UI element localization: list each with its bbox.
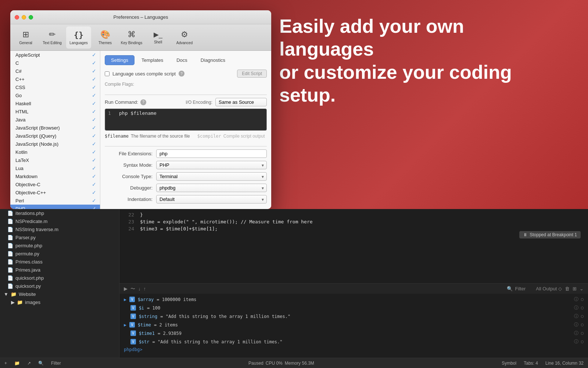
- toolbar-advanced[interactable]: ⚙ Advanced: [172, 26, 197, 49]
- tree-item-parser[interactable]: 📄 Parser.py: [0, 233, 119, 241]
- lang-item[interactable]: JavaScript (Node.js)✓: [10, 140, 100, 148]
- breakpoint-label: Stopped at Breakpoint 1: [530, 232, 577, 237]
- general-label: General: [19, 41, 32, 45]
- var-time-name: $time: [138, 322, 151, 328]
- lang-item[interactable]: Kotlin✓: [10, 148, 100, 156]
- lang-item[interactable]: PHP✓: [10, 205, 100, 209]
- console-type-select[interactable]: TerminalOutput PanelNone: [156, 172, 267, 181]
- debug-play-icon[interactable]: ▶: [124, 286, 128, 291]
- line-num-24: 24: [125, 226, 134, 231]
- tab-settings[interactable]: Settings: [105, 55, 135, 65]
- lang-item[interactable]: Objective-C++✓: [10, 188, 100, 197]
- tab-diagnostics[interactable]: Diagnostics: [194, 55, 232, 65]
- tree-item-quicksort-py[interactable]: 📄 quicksort.py: [0, 282, 119, 290]
- lang-item[interactable]: C++✓: [10, 75, 100, 83]
- debug-step-over-icon[interactable]: ↓: [138, 286, 141, 291]
- file-name: quicksort.php: [15, 275, 44, 281]
- filter-label[interactable]: Filter: [51, 361, 61, 366]
- lang-item[interactable]: JavaScript (jQuery)✓: [10, 132, 100, 140]
- lang-item[interactable]: HTML✓: [10, 107, 100, 116]
- file-extensions-input[interactable]: [156, 149, 267, 158]
- tree-item-iterations-php[interactable]: 📄 iterations.php: [0, 209, 119, 217]
- compile-flags-label: Compile Flags:: [105, 82, 134, 87]
- var-str-controls: ⓘ ○: [574, 339, 584, 345]
- tree-item-primes-class[interactable]: 📄 Primes.class: [0, 258, 119, 266]
- settings-panel: Settings Templates Docs Diagnostics Lang…: [100, 51, 271, 209]
- trash-icon[interactable]: 🗑: [565, 286, 570, 291]
- lang-name: AppleScript: [15, 52, 40, 58]
- maximize-button[interactable]: [29, 15, 33, 20]
- close-button[interactable]: [15, 15, 19, 20]
- tabs-label[interactable]: Tabs: 4: [524, 361, 538, 366]
- lang-item[interactable]: Objective-C✓: [10, 180, 100, 188]
- line-text-22: }: [140, 212, 143, 217]
- lang-name: C++: [15, 77, 25, 82]
- lang-item[interactable]: CSS✓: [10, 83, 100, 91]
- tab-templates[interactable]: Templates: [135, 55, 169, 65]
- compile-help-badge[interactable]: ?: [179, 71, 184, 77]
- tree-item-quicksort-php[interactable]: 📄 quicksort.php: [0, 274, 119, 282]
- tree-item-permute-php[interactable]: 📄 permute.php: [0, 241, 119, 250]
- minimize-button[interactable]: [22, 15, 26, 20]
- lang-item[interactable]: Markdown✓: [10, 172, 100, 180]
- expand-icon[interactable]: ⌄: [580, 286, 584, 291]
- tree-item-permute-py[interactable]: 📄 permute.py: [0, 250, 119, 258]
- debug-step-out-icon[interactable]: ↑: [144, 286, 146, 291]
- debugger-label: Debugger:: [105, 185, 153, 191]
- lang-item[interactable]: JavaScript (Browser)✓: [10, 124, 100, 132]
- var-array-name: $array: [138, 297, 154, 302]
- file-name: permute.py: [15, 251, 39, 256]
- lang-item[interactable]: Perl✓: [10, 197, 100, 205]
- line-text-23: $time = explode(" ", microtime()); // Me…: [140, 219, 313, 224]
- lang-item[interactable]: Go✓: [10, 91, 100, 99]
- expand-var-time[interactable]: ▶: [124, 322, 126, 328]
- symbol-label[interactable]: Symbol: [502, 361, 516, 366]
- tab-docs[interactable]: Docs: [170, 55, 194, 65]
- marketing-text: Easily add your own languagesor customiz…: [279, 15, 537, 107]
- file-icon: 📄: [7, 251, 13, 256]
- io-encoding-select[interactable]: Same as Source: [215, 98, 267, 106]
- tree-item-images[interactable]: ▶ 📁 images: [0, 298, 119, 306]
- compile-flags-row: Compile Flags:: [105, 81, 267, 87]
- tree-item-website[interactable]: ▼ 📁 Website: [0, 290, 119, 298]
- tree-item-nspredicate[interactable]: 📄 NSPredicate.m: [0, 217, 119, 225]
- lang-check: ✓: [92, 173, 96, 179]
- var-str-name: $str: [139, 339, 150, 344]
- folder-button[interactable]: 📁: [14, 361, 20, 366]
- all-output-label[interactable]: All Output ◇: [536, 286, 562, 291]
- run-command-help[interactable]: ?: [140, 99, 146, 105]
- expand-var-array[interactable]: ▶: [124, 297, 126, 302]
- add-button[interactable]: +: [4, 361, 7, 366]
- toolbar-shell[interactable]: ▶_ Shell: [146, 26, 171, 49]
- indentation-select[interactable]: DefaultTabsSpaces (2)Spaces (4): [156, 195, 267, 204]
- lang-item[interactable]: Java✓: [10, 116, 100, 124]
- command-text: php $filename: [119, 110, 157, 116]
- command-line: 1 php $filename: [108, 110, 263, 116]
- toolbar-themes[interactable]: 🎨 Themes: [93, 26, 118, 49]
- compile-script-checkbox[interactable]: [105, 71, 110, 76]
- lang-item[interactable]: C#✓: [10, 67, 100, 75]
- debugger-select[interactable]: phpdbgXdebugNone: [156, 184, 267, 192]
- file-tree: 📄 iterations.php 📄 NSPredicate.m 📄 NSStr…: [0, 209, 119, 368]
- lang-item[interactable]: Lua✓: [10, 164, 100, 172]
- syntax-mode-label: Syntax Mode:: [105, 162, 153, 168]
- tree-item-nsstring[interactable]: 📄 NSString traverse.m: [0, 225, 119, 233]
- lang-item[interactable]: C✓: [10, 59, 100, 67]
- toolbar-key-bindings[interactable]: ⌘ Key Bindings: [119, 26, 144, 49]
- lang-name: Objective-C: [15, 182, 40, 187]
- lang-item[interactable]: Haskell✓: [10, 99, 100, 107]
- debug-wave-icon[interactable]: 〜: [130, 286, 135, 292]
- tree-item-primes-java[interactable]: 📄 Primes.java: [0, 266, 119, 274]
- edit-script-button[interactable]: Edit Script: [237, 70, 267, 78]
- syntax-mode-wrapper: PHPHTMLJavaScript ▼: [156, 161, 267, 169]
- lang-item[interactable]: LaTeX✓: [10, 156, 100, 164]
- toolbar-text-editing[interactable]: ✏ Text Editing: [40, 26, 65, 49]
- toolbar-languages[interactable]: {} Languages: [66, 26, 91, 49]
- syntax-mode-select[interactable]: PHPHTMLJavaScript: [156, 161, 267, 169]
- reveal-button[interactable]: ↗: [27, 361, 31, 366]
- debug-layout-icon[interactable]: ⊞: [573, 286, 577, 291]
- lang-name: HTML: [15, 109, 28, 114]
- lang-item[interactable]: AppleScript✓: [10, 51, 100, 59]
- file-name: Primes.class: [15, 259, 43, 265]
- toolbar-general[interactable]: ⊞ General: [13, 26, 38, 49]
